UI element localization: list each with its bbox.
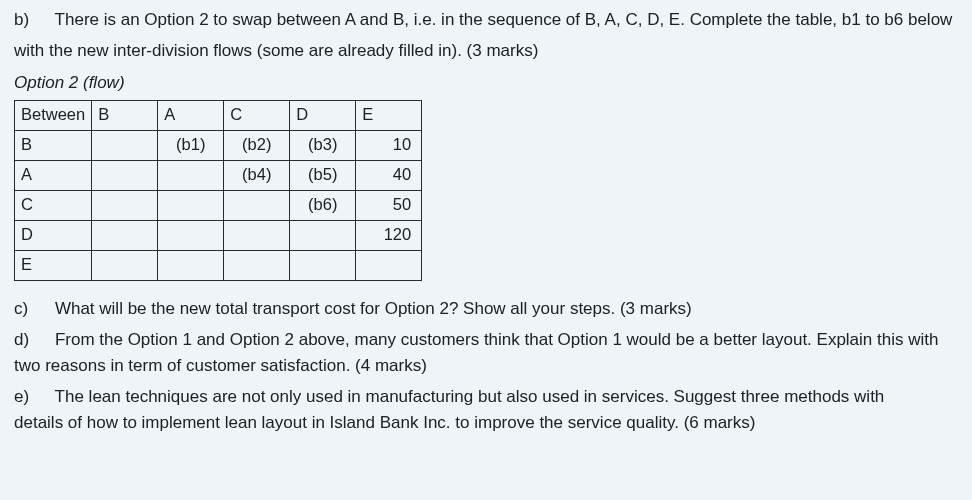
- cell-C-B: [92, 190, 158, 220]
- cell-B-C: (b2): [224, 130, 290, 160]
- cell-B-E: 10: [356, 130, 422, 160]
- row-A-label: A: [15, 160, 92, 190]
- question-c-text: What will be the new total transport cos…: [55, 299, 692, 318]
- question-d: d) From the Option 1 and Option 2 above,…: [14, 328, 958, 353]
- table-row: E: [15, 250, 422, 280]
- cell-E-A: [158, 250, 224, 280]
- question-b-cont: with the new inter-division flows (some …: [14, 39, 958, 64]
- question-d-label: d): [14, 328, 36, 353]
- table-row: C (b6) 50: [15, 190, 422, 220]
- question-e: e) The lean techniques are not only used…: [14, 385, 958, 410]
- header-col-E: E: [356, 100, 422, 130]
- header-col-D: D: [290, 100, 356, 130]
- table-caption: Option 2 (flow): [14, 71, 958, 96]
- header-corner: Between: [15, 100, 92, 130]
- cell-E-C: [224, 250, 290, 280]
- row-E-label: E: [15, 250, 92, 280]
- cell-D-C: [224, 220, 290, 250]
- table-row: B (b1) (b2) (b3) 10: [15, 130, 422, 160]
- question-e-text-1: The lean techniques are not only used in…: [55, 387, 885, 406]
- cell-C-D: (b6): [290, 190, 356, 220]
- question-c-label: c): [14, 297, 36, 322]
- header-col-A: A: [158, 100, 224, 130]
- cell-A-A: [158, 160, 224, 190]
- question-e-label: e): [14, 385, 36, 410]
- cell-E-D: [290, 250, 356, 280]
- cell-A-E: 40: [356, 160, 422, 190]
- row-D-label: D: [15, 220, 92, 250]
- cell-A-D: (b5): [290, 160, 356, 190]
- cell-E-E: [356, 250, 422, 280]
- cell-B-A: (b1): [158, 130, 224, 160]
- question-e-cont: details of how to implement lean layout …: [14, 411, 958, 436]
- question-d-text-1: From the Option 1 and Option 2 above, ma…: [55, 330, 939, 349]
- cell-E-B: [92, 250, 158, 280]
- cell-C-A: [158, 190, 224, 220]
- table-row: A (b4) (b5) 40: [15, 160, 422, 190]
- row-B-label: B: [15, 130, 92, 160]
- table-header-row: Between B A C D E: [15, 100, 422, 130]
- cell-A-B: [92, 160, 158, 190]
- cell-C-E: 50: [356, 190, 422, 220]
- header-col-B: B: [92, 100, 158, 130]
- header-col-C: C: [224, 100, 290, 130]
- question-c: c) What will be the new total transport …: [14, 297, 958, 322]
- cell-D-A: [158, 220, 224, 250]
- question-b: b) There is an Option 2 to swap between …: [14, 8, 958, 33]
- cell-D-D: [290, 220, 356, 250]
- row-C-label: C: [15, 190, 92, 220]
- question-b-text-1: There is an Option 2 to swap between A a…: [55, 10, 953, 29]
- question-d-cont: two reasons in term of customer satisfac…: [14, 354, 958, 379]
- cell-B-D: (b3): [290, 130, 356, 160]
- cell-D-E: 120: [356, 220, 422, 250]
- document-page: b) There is an Option 2 to swap between …: [0, 0, 972, 452]
- question-b-label: b): [14, 8, 36, 33]
- table-row: D 120: [15, 220, 422, 250]
- cell-B-B: [92, 130, 158, 160]
- cell-D-B: [92, 220, 158, 250]
- cell-C-C: [224, 190, 290, 220]
- cell-A-C: (b4): [224, 160, 290, 190]
- flow-table: Between B A C D E B (b1) (b2) (b3) 10 A …: [14, 100, 422, 281]
